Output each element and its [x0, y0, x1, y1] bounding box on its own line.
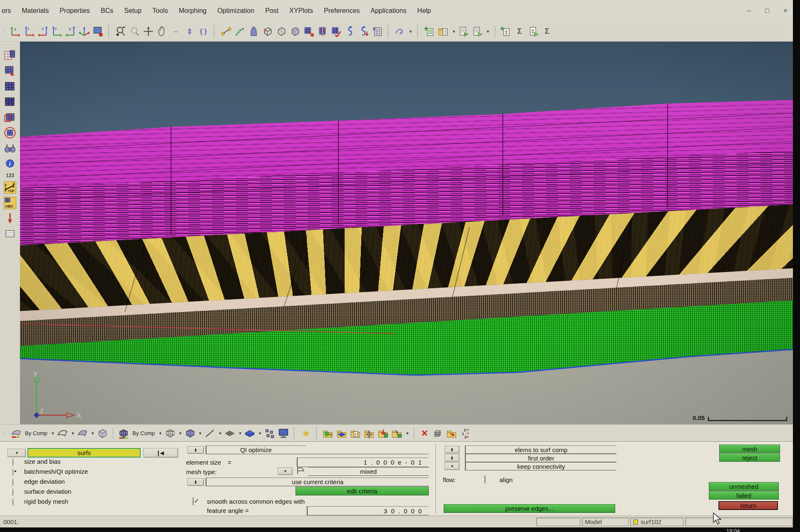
elem-display-icon[interactable] [118, 428, 129, 439]
renumber-icon[interactable]: 213 [460, 428, 472, 439]
view-axis-zy-icon[interactable]: z [51, 26, 62, 37]
elem-1d-dropdown-icon[interactable]: ▼ [218, 431, 222, 435]
order-toggle[interactable]: first order [465, 454, 616, 462]
elem-2d-dropdown-icon[interactable]: ▼ [238, 431, 242, 435]
feature-angle-input[interactable]: 30.000 [307, 506, 429, 515]
menu-post[interactable]: Post [265, 7, 278, 15]
close-icon[interactable]: × [783, 7, 788, 15]
menu-help[interactable]: Help [417, 7, 431, 15]
screen-view-icon[interactable] [92, 26, 104, 37]
mesh-dark-icon[interactable] [4, 80, 16, 93]
layers-icon[interactable] [432, 428, 444, 439]
solid-cube-icon[interactable] [97, 428, 108, 439]
menu-xyplots[interactable]: XYPlots [289, 7, 313, 15]
mesh-subset-icon[interactable] [4, 111, 16, 124]
edit-criteria-button[interactable]: edit criteria [296, 487, 429, 495]
label-abc-icon[interactable]: ABC [4, 197, 16, 209]
translate-v-icon[interactable]: ⇕ [184, 26, 195, 37]
view-axis-xz-icon[interactable]: x [37, 26, 49, 37]
wireframe-geometry-icon[interactable] [262, 26, 273, 37]
mode-radio-size-bias[interactable] [12, 459, 13, 466]
return-button[interactable]: return [718, 501, 778, 510]
elem-wire-dropdown-icon[interactable]: ▼ [179, 431, 182, 435]
zoom-window-icon[interactable] [129, 26, 140, 37]
collector-geom-icon[interactable] [323, 428, 334, 439]
viewport-3d[interactable]: Y X Z 0.05 [20, 42, 793, 424]
new-session-icon[interactable] [424, 26, 435, 37]
smooth-tool-icon[interactable] [395, 26, 406, 37]
elems-dest-spinner[interactable]: ▲▼ [445, 446, 460, 453]
surf-wire-icon[interactable] [57, 428, 68, 439]
maximize-icon[interactable]: □ [765, 7, 769, 15]
connectivity-dropdown[interactable]: ▼ [445, 463, 460, 470]
collector-dropdown-icon[interactable]: ▼ [405, 431, 409, 435]
menu-applications[interactable]: Applications [370, 7, 406, 15]
elem-1d-icon[interactable] [204, 428, 216, 439]
view-axis-yz-icon[interactable]: y [65, 26, 76, 37]
performance-monitor-icon[interactable] [278, 428, 289, 439]
elem-2d-icon[interactable] [224, 428, 236, 439]
free-elems-icon[interactable] [264, 428, 276, 439]
reject-button[interactable]: reject [719, 453, 780, 462]
mesh-dark2-icon[interactable] [4, 96, 16, 108]
mode-radio-rigid-body[interactable] [12, 499, 13, 506]
mode-radio-edge-deviation[interactable] [12, 479, 13, 486]
export-dropdown-icon[interactable]: ▼ [486, 30, 490, 34]
unmeshed-button[interactable]: unmeshed [709, 482, 779, 491]
collector-move-icon[interactable] [364, 428, 375, 439]
table-entities-icon[interactable] [372, 26, 383, 37]
view-axis-iso-icon[interactable] [79, 26, 90, 37]
mode-radio-batchmesh[interactable] [12, 469, 13, 476]
entity-selector-field[interactable]: surfs [27, 448, 141, 458]
geom-display-dropdown-icon[interactable]: ▼ [51, 431, 55, 435]
menu-setup[interactable]: Setup [124, 7, 142, 15]
surf-wire-dropdown-icon[interactable]: ▼ [71, 431, 75, 435]
qi-optimize-toggle[interactable]: QI optimize [206, 445, 306, 454]
summary-sigma-icon[interactable]: Σ [542, 26, 553, 37]
current-collector-field[interactable]: surf102 [630, 517, 683, 526]
mesh-type-selector[interactable]: mixed [308, 467, 429, 476]
open-file-icon[interactable] [438, 26, 449, 37]
menu-bcs[interactable]: BCs [101, 7, 113, 15]
save-file-icon[interactable] [458, 26, 470, 37]
display-toolbar-handle[interactable]: ⋮ [2, 432, 8, 435]
menu-morphing[interactable]: Morphing [179, 7, 206, 15]
open-dropdown-icon[interactable]: ▼ [452, 30, 456, 34]
spline-tool-icon[interactable] [234, 26, 246, 37]
reset-selector-button[interactable]: |◀ [143, 448, 178, 458]
smooth-dropdown-icon[interactable]: ▼ [409, 30, 412, 34]
collector-setcurrent-icon[interactable] [378, 428, 389, 439]
mesh-shrink-icon[interactable] [303, 26, 314, 37]
fit-view-icon[interactable] [143, 26, 154, 37]
zoom-in-icon[interactable] [115, 26, 127, 37]
surf-shaded-icon[interactable] [77, 428, 88, 439]
view-axis-zx-icon[interactable]: z [24, 26, 35, 37]
minimize-icon[interactable]: – [747, 7, 750, 15]
solver-export-icon[interactable]: Σ [528, 26, 539, 37]
elem-display-dropdown-icon[interactable]: ▼ [159, 431, 162, 435]
preserve-edges-button[interactable]: preserve edges... [444, 504, 615, 513]
elems-dest-toggle[interactable]: elems to surf comp [465, 445, 616, 454]
geom-display-mode[interactable]: By Comp [25, 430, 47, 436]
menu-tools[interactable]: Tools [152, 7, 168, 15]
count-123-label[interactable]: 123 [6, 173, 14, 178]
element-size-input[interactable]: 1.000e-01 [297, 458, 429, 467]
geom-display-icon[interactable] [10, 428, 22, 439]
sidebar-handle[interactable]: ···· [4, 43, 16, 47]
rotate-braces-icon[interactable]: { } [198, 26, 209, 37]
menu-materials[interactable]: Materials [22, 7, 49, 15]
connectivity-toggle[interactable]: keep connectivity [465, 462, 616, 470]
status-field-empty[interactable] [536, 517, 580, 526]
collector-elems-icon[interactable] [336, 428, 348, 439]
info-icon[interactable]: i [4, 157, 16, 170]
elem-display-mode[interactable]: By Comp [132, 430, 154, 436]
solver-new-icon[interactable]: Σ [500, 26, 512, 37]
qi-toggle-spinner[interactable]: ▲▼ [187, 446, 204, 454]
export-file-icon[interactable] [472, 26, 483, 37]
entity-browser-icon[interactable] [4, 49, 16, 62]
import-mesh-icon[interactable] [4, 65, 16, 77]
mass-tool-icon[interactable] [248, 26, 259, 37]
shaded-geometry-icon[interactable] [289, 26, 301, 37]
hidden-line-geometry-icon[interactable] [276, 26, 287, 37]
status-field-empty2[interactable] [685, 517, 793, 526]
